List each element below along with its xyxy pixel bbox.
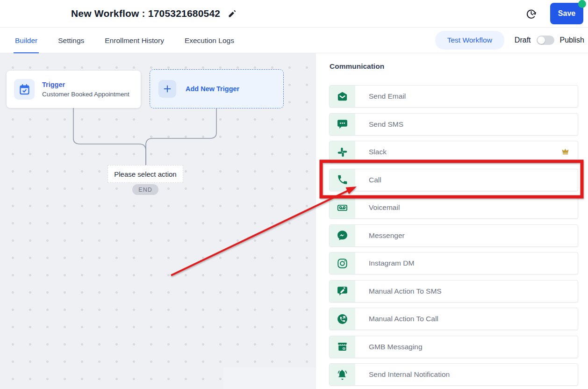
notification-bell-icon [330,364,355,385]
action-item-label: Call [369,176,381,184]
action-item-label: Voicemail [369,203,400,212]
draft-publish-toggle[interactable] [537,36,554,45]
unsaved-changes-dot [578,0,586,8]
slack-icon [330,141,355,163]
gmb-storefront-icon: G [330,336,355,358]
action-item-label: GMB Messaging [369,343,423,351]
action-item-voicemail[interactable]: Voicemail [329,196,578,219]
end-node: END [132,184,158,195]
tab-execution-logs[interactable]: Execution Logs [185,28,234,53]
action-item-slack[interactable]: Slack [329,141,578,163]
draft-label: Draft [515,36,531,44]
manual-sms-icon [330,281,355,302]
action-item-label: Slack [369,148,387,156]
action-item-gmb-messaging[interactable]: G GMB Messaging [329,336,578,358]
save-button[interactable]: Save [550,3,583,24]
header-actions: Save [525,3,588,24]
action-item-label: Send Email [369,92,406,101]
toggle-knob [538,36,545,44]
voicemail-icon [330,197,355,218]
edit-title-button[interactable] [228,9,237,18]
add-new-trigger-button[interactable]: Add New Trigger [150,69,284,108]
action-item-label: Manual Action To SMS [369,287,442,295]
tab-bar: Builder Settings Enrollment History Exec… [0,28,588,53]
trigger-node-title: Trigger [42,81,129,88]
svg-text:G: G [343,346,345,351]
action-item-manual-action-to-call[interactable]: Manual Action To Call [329,308,578,330]
save-button-label: Save [558,9,575,17]
history-clock-icon[interactable] [525,8,537,20]
action-item-label: Messenger [369,231,405,240]
minimap-container [223,367,316,389]
plus-icon [158,80,176,98]
action-item-messenger[interactable]: Messenger [329,224,578,247]
select-action-placeholder[interactable]: Please select action [108,165,183,183]
action-item-label: Instagram DM [369,259,414,267]
email-icon [330,86,355,107]
publish-label: Publish [560,36,584,44]
action-item-send-sms[interactable]: Send SMS [329,113,578,136]
tabbar-right: Test Workflow Draft Publish [435,31,588,50]
trigger-node[interactable]: Trigger Customer Booked Appointment [7,71,141,108]
messenger-icon [330,225,355,246]
tab-builder[interactable]: Builder [15,28,37,53]
workflow-title-group: New Workflow : 1705321680542 [71,8,237,19]
workflow-canvas[interactable]: Trigger Customer Booked Appointment Add … [0,53,316,389]
action-item-manual-action-to-sms[interactable]: Manual Action To SMS [329,280,578,303]
page-title: New Workflow : 1705321680542 [71,8,220,19]
sidebar-heading: Communication [330,62,384,71]
action-list: Send Email Send SMS Slack Call Voicemail… [329,85,578,389]
top-header: New Workflow : 1705321680542 Save [0,0,588,28]
action-item-label: Manual Action To Call [369,315,438,323]
action-item-call[interactable]: Call [329,169,578,191]
sms-icon [330,114,355,135]
trigger-node-subtitle: Customer Booked Appointment [42,91,129,98]
instagram-icon [330,252,355,274]
tab-enrollment-history[interactable]: Enrollment History [105,28,164,53]
edit-pencil-icon [228,9,237,18]
trigger-node-texts: Trigger Customer Booked Appointment [42,81,129,98]
manual-call-icon [330,308,355,330]
action-item-label: Send SMS [369,120,403,129]
action-item-instagram-dm[interactable]: Instagram DM [329,252,578,274]
add-new-trigger-label: Add New Trigger [186,85,239,93]
call-icon [330,169,355,191]
action-item-label: Send Internal Notification [369,370,450,379]
draft-publish-toggle-group: Draft Publish [515,36,584,45]
action-item-send-internal-notification[interactable]: Send Internal Notification [329,363,578,386]
premium-crown-icon [560,147,570,157]
tab-settings[interactable]: Settings [58,28,84,53]
tabs: Builder Settings Enrollment History Exec… [15,28,234,53]
calendar-check-icon [14,79,35,100]
test-workflow-button[interactable]: Test Workflow [435,31,504,50]
actions-sidebar: Communication Send Email Send SMS Slack … [316,53,588,389]
action-item-send-email[interactable]: Send Email [329,85,578,108]
